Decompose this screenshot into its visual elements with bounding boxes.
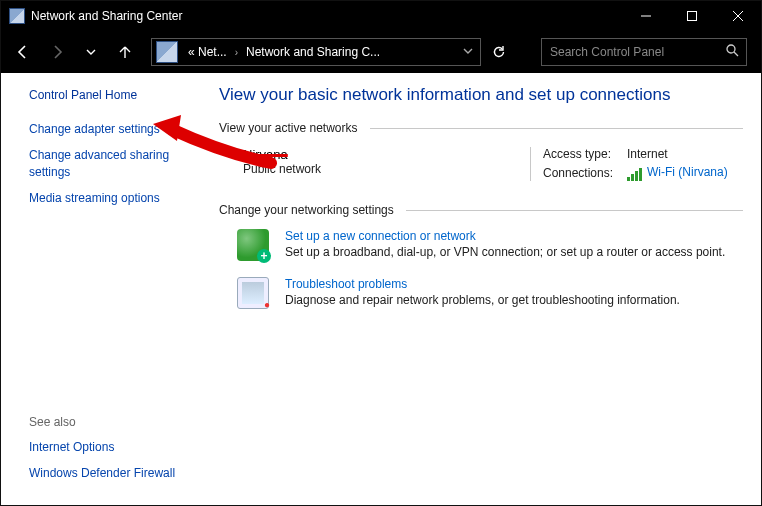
main-panel: View your basic network information and … xyxy=(211,73,761,505)
connection-link[interactable]: Wi-Fi (Nirvana) xyxy=(647,165,728,179)
address-bar[interactable]: « Net... › Network and Sharing C... xyxy=(151,38,481,66)
svg-line-5 xyxy=(734,52,738,56)
window-title: Network and Sharing Center xyxy=(31,9,623,23)
chevron-right-icon[interactable]: › xyxy=(233,47,240,58)
see-also-header: See also xyxy=(29,415,197,429)
content-area: Control Panel Home Change adapter settin… xyxy=(1,73,761,505)
sidebar-link-internet-options[interactable]: Internet Options xyxy=(29,439,197,455)
window: Network and Sharing Center « Net... › Ne… xyxy=(0,0,762,506)
sidebar-link-adapter[interactable]: Change adapter settings xyxy=(29,121,197,137)
search-box[interactable] xyxy=(541,38,747,66)
access-type-value: Internet xyxy=(627,147,743,161)
svg-point-4 xyxy=(727,45,735,53)
connections-label: Connections: xyxy=(543,166,627,180)
option-new-connection: Set up a new connection or network Set u… xyxy=(237,229,743,261)
sidebar-link-firewall[interactable]: Windows Defender Firewall xyxy=(29,465,197,481)
network-name: Nirvana xyxy=(243,147,288,162)
svg-rect-1 xyxy=(688,12,697,21)
troubleshoot-icon xyxy=(237,277,269,309)
divider xyxy=(406,210,743,211)
close-button[interactable] xyxy=(715,1,761,31)
maximize-button[interactable] xyxy=(669,1,715,31)
breadcrumb-2[interactable]: Network and Sharing C... xyxy=(240,39,386,65)
sidebar-link-media[interactable]: Media streaming options xyxy=(29,190,197,206)
divider xyxy=(370,128,743,129)
search-input[interactable] xyxy=(542,45,718,59)
search-icon[interactable] xyxy=(718,44,746,60)
back-button[interactable] xyxy=(7,36,39,68)
navbar: « Net... › Network and Sharing C... xyxy=(1,31,761,73)
sidebar-link-advanced[interactable]: Change advanced sharing settings xyxy=(29,147,197,179)
new-connection-icon xyxy=(237,229,269,261)
network-type: Public network xyxy=(243,162,518,176)
address-dropdown[interactable] xyxy=(456,45,480,59)
forward-button[interactable] xyxy=(41,36,73,68)
new-connection-desc: Set up a broadband, dial-up, or VPN conn… xyxy=(285,245,725,259)
address-icon xyxy=(156,41,178,63)
change-settings-header: Change your networking settings xyxy=(219,203,394,217)
app-icon xyxy=(9,8,25,24)
sidebar-link-home[interactable]: Control Panel Home xyxy=(29,87,197,103)
troubleshoot-link[interactable]: Troubleshoot problems xyxy=(285,277,407,291)
page-heading: View your basic network information and … xyxy=(219,85,743,105)
titlebar: Network and Sharing Center xyxy=(1,1,761,31)
troubleshoot-desc: Diagnose and repair network problems, or… xyxy=(285,293,680,307)
vertical-divider xyxy=(530,147,531,181)
active-networks-header: View your active networks xyxy=(219,121,358,135)
option-troubleshoot: Troubleshoot problems Diagnose and repai… xyxy=(237,277,743,309)
access-type-label: Access type: xyxy=(543,147,627,161)
breadcrumb-1[interactable]: « Net... xyxy=(182,39,233,65)
sidebar: Control Panel Home Change adapter settin… xyxy=(1,73,211,505)
active-network-row: Nirvana Public network Access type: Inte… xyxy=(243,147,743,181)
wifi-signal-icon xyxy=(627,167,643,181)
refresh-button[interactable] xyxy=(483,36,515,68)
minimize-button[interactable] xyxy=(623,1,669,31)
up-button[interactable] xyxy=(109,36,141,68)
new-connection-link[interactable]: Set up a new connection or network xyxy=(285,229,476,243)
recent-locations-button[interactable] xyxy=(75,36,107,68)
